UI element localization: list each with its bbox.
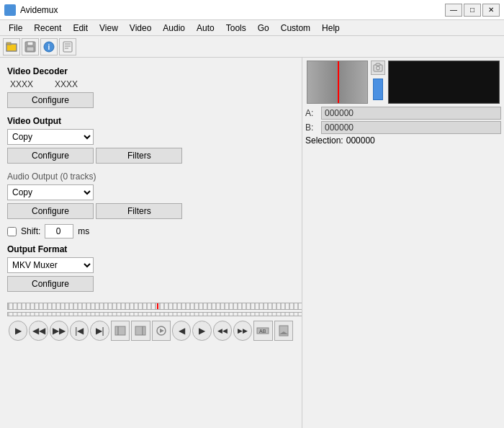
segment1-button[interactable] — [111, 321, 130, 341]
b-value: 000000 — [321, 121, 501, 134]
svg-rect-14 — [135, 326, 145, 335]
shift-input[interactable] — [45, 224, 73, 238]
shift-label: Shift: — [21, 226, 40, 236]
red-position-indicator — [157, 303, 158, 309]
video-output-filters-button[interactable]: Filters — [96, 148, 182, 164]
window-title: Avidemux — [20, 5, 58, 15]
app-icon — [4, 4, 16, 16]
menu-edit[interactable]: Edit — [67, 22, 94, 35]
menu-view[interactable]: View — [94, 22, 124, 35]
a-value: 000000 — [321, 107, 501, 120]
rewind-button[interactable]: ◀◀ — [29, 321, 48, 341]
right-side-controls — [371, 61, 385, 100]
forward-button[interactable]: ▶▶ — [50, 321, 68, 341]
svg-rect-5 — [27, 47, 34, 51]
prev-keyframe-button[interactable]: ◀◀ — [213, 321, 232, 341]
a-label: A: — [305, 108, 317, 118]
menu-help[interactable]: Help — [316, 22, 346, 35]
left-panel: Video Decoder XXXX XXXX Configure Video … — [0, 58, 302, 428]
seekbar-container — [7, 303, 294, 316]
a-row: A: 000000 — [305, 107, 501, 120]
close-button[interactable]: ✕ — [482, 4, 500, 17]
audio-output-configure-button[interactable]: Configure — [7, 203, 94, 219]
camera-icon-btn[interactable] — [371, 61, 385, 75]
bookmark-button[interactable] — [274, 321, 293, 341]
right-panel: A: 000000 B: 000000 Selection: 000000 — [302, 58, 504, 428]
menu-custom[interactable]: Custom — [275, 22, 316, 35]
audio-output-label: Audio Output (0 tracks) — [7, 171, 294, 182]
menu-go[interactable]: Go — [252, 22, 275, 35]
svg-rect-12 — [115, 326, 125, 335]
selection-label: Selection: — [305, 135, 343, 146]
audio-output-filters-button[interactable]: Filters — [96, 203, 182, 219]
prev-frame-button[interactable]: |◀ — [70, 321, 89, 341]
decoder-val1: XXXX — [10, 79, 33, 89]
video-output-configure-button[interactable]: Configure — [7, 148, 94, 164]
output-format-select-row: MKV Muxer AVI Muxer MP4 Muxer — [7, 257, 294, 273]
minimize-button[interactable]: — — [445, 4, 462, 17]
menu-tools[interactable]: Tools — [220, 22, 252, 35]
seekbar-top[interactable] — [7, 303, 302, 310]
segment3-button[interactable] — [152, 321, 171, 341]
video-output-label: Video Output — [7, 116, 294, 126]
play-button[interactable]: ▶ — [9, 321, 27, 341]
window-controls: — □ ✕ — [445, 4, 500, 17]
svg-text:i: i — [48, 43, 50, 51]
blue-indicator — [373, 79, 383, 100]
shift-row: Shift: ms — [7, 224, 294, 238]
b-label: B: — [305, 122, 317, 133]
decoder-values-row: XXXX XXXX — [7, 79, 294, 89]
controls-row: ▶ ◀◀ ▶▶ |◀ ▶| — [7, 318, 294, 344]
audio-output-select[interactable]: Copy None — [7, 184, 94, 200]
shift-unit: ms — [78, 226, 89, 236]
decoder-val2: XXXX — [55, 79, 78, 89]
step-forward-button[interactable]: ▶ — [192, 321, 211, 341]
svg-rect-8 — [63, 42, 72, 52]
b-row: B: 000000 — [305, 121, 501, 134]
shift-checkbox[interactable] — [7, 227, 17, 236]
minipreview-row — [302, 58, 504, 104]
open-toolbar-button[interactable] — [3, 38, 20, 55]
slider-red-bar — [338, 61, 339, 103]
maximize-button[interactable]: □ — [464, 4, 481, 17]
toolbar: i — [0, 36, 504, 58]
svg-marker-17 — [160, 329, 164, 333]
video-decoder-configure-button[interactable]: Configure — [7, 92, 94, 108]
video-decoder-label: Video Decoder — [7, 66, 294, 76]
video-output-select[interactable]: Copy None — [7, 129, 94, 145]
seekbar-bottom[interactable] — [7, 312, 302, 316]
info-toolbar-button[interactable]: i — [40, 38, 58, 55]
step-back-button[interactable]: ◀ — [172, 321, 191, 341]
output-format-configure-button[interactable]: Configure — [7, 276, 94, 292]
audio-output-select-row: Copy None — [7, 184, 294, 200]
video-output-select-row: Copy None — [7, 129, 294, 145]
ab-set-button[interactable]: AB — [253, 321, 272, 341]
svg-text:AB: AB — [259, 329, 266, 334]
save-toolbar-button[interactable] — [22, 38, 39, 55]
selection-row: Selection: 000000 — [302, 135, 504, 146]
selection-value: 000000 — [346, 135, 375, 146]
main-content: Video Decoder XXXX XXXX Configure Video … — [0, 58, 504, 428]
script-toolbar-button[interactable] — [59, 38, 76, 55]
menu-bar: File Recent Edit View Video Audio Auto T… — [0, 20, 504, 36]
next-keyframe-button[interactable]: ▶▶ — [233, 321, 252, 341]
video-preview — [388, 61, 500, 104]
output-format-select[interactable]: MKV Muxer AVI Muxer MP4 Muxer — [7, 257, 94, 273]
menu-video[interactable]: Video — [124, 22, 157, 35]
title-bar-left: Avidemux — [4, 4, 58, 16]
menu-audio[interactable]: Audio — [157, 22, 191, 35]
svg-rect-24 — [376, 63, 380, 66]
next-frame-button[interactable]: ▶| — [90, 321, 109, 341]
output-format-label: Output Format — [7, 244, 294, 254]
ab-labels: A: 000000 B: 000000 — [302, 107, 504, 134]
menu-file[interactable]: File — [3, 22, 28, 35]
menu-auto[interactable]: Auto — [191, 22, 220, 35]
title-bar: Avidemux — □ ✕ — [0, 0, 504, 20]
menu-recent[interactable]: Recent — [28, 22, 67, 35]
segment2-button[interactable] — [131, 321, 150, 341]
preview-slider[interactable] — [307, 61, 368, 104]
svg-rect-4 — [27, 42, 33, 45]
